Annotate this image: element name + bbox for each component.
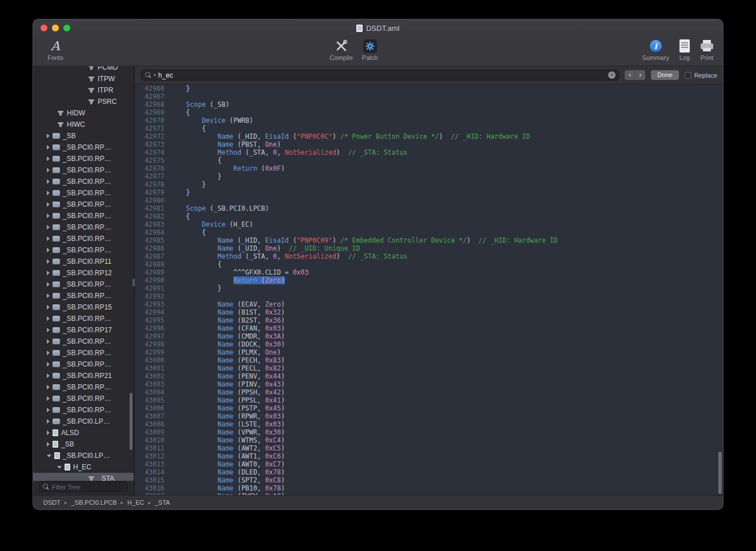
sidebar-item-_sb-pci0-rp-[interactable]: _SB.PCI0.RP… (33, 359, 134, 370)
search-options-chevron[interactable]: ▾ (154, 73, 156, 78)
sidebar-item-_sb-pci0-rp-[interactable]: _SB.PCI0.RP… (33, 153, 134, 164)
disclosure-triangle-icon[interactable] (47, 259, 50, 264)
find-previous-button[interactable]: ‹ (625, 70, 635, 80)
disclosure-triangle-icon[interactable] (47, 134, 50, 138)
code-text: Name (LSTE, 0x03) (170, 420, 285, 428)
sidebar-item-_sb-pci0-rp-[interactable]: _SB.PCI0.RP… (33, 336, 134, 347)
replace-toggle[interactable]: Replace (685, 72, 717, 79)
sidebar-item-_sb-pci0-rp12[interactable]: _SB.PCI0.RP12 (33, 267, 134, 279)
sidebar-item-itpw[interactable]: ITPW (33, 73, 134, 85)
sidebar-item-_sb-pci0-rp-[interactable]: _SB.PCI0.RP… (33, 233, 134, 244)
disclosure-triangle-icon[interactable] (47, 179, 50, 184)
sidebar-item-alsd[interactable]: ALSD (33, 427, 134, 439)
zoom-button[interactable] (63, 25, 70, 31)
sidebar-item-_sb-pci0-rp-[interactable]: _SB.PCI0.RP… (33, 290, 134, 301)
disclosure-triangle-icon[interactable] (47, 282, 50, 287)
disclosure-triangle-icon[interactable] (47, 373, 50, 378)
sidebar-item-_sb-pci0-lp-[interactable]: _SB.PCI0.LP… (33, 450, 134, 461)
disclosure-triangle-icon[interactable] (47, 385, 50, 389)
disclosure-triangle-icon[interactable] (47, 339, 50, 344)
disclosure-triangle-icon[interactable] (47, 168, 50, 172)
log-button[interactable]: Log (679, 38, 690, 61)
tree-item-label: _SB.PCI0.RP17 (63, 326, 112, 334)
disclosure-triangle-icon[interactable] (47, 236, 50, 241)
disclosure-triangle-icon[interactable] (47, 225, 50, 230)
sidebar-item-pcmd[interactable]: PCMD (33, 66, 134, 73)
disclosure-triangle-icon[interactable] (47, 455, 51, 457)
code-editor[interactable]: 42966 }4296742968 Scope (_SB)42969 {4297… (135, 85, 723, 495)
breadcrumb-item[interactable]: _SB.PCI0.LPCB (71, 499, 116, 506)
disclosure-triangle-icon[interactable] (47, 191, 50, 195)
disclosure-triangle-icon[interactable] (47, 293, 50, 298)
close-button[interactable] (41, 25, 47, 31)
replace-checkbox[interactable] (685, 72, 691, 79)
code-text: Name (_HID, EisaId ("PNP0C0C") /* Power … (170, 132, 530, 140)
disclosure-triangle-icon[interactable] (47, 431, 50, 435)
summary-button[interactable]: i Summary (642, 38, 669, 61)
done-button[interactable]: Done (651, 70, 678, 80)
disclosure-triangle-icon[interactable] (57, 466, 62, 469)
sidebar-item-_sb-pci0-rp-[interactable]: _SB.PCI0.RP… (33, 393, 134, 404)
titlebar[interactable]: DSDT.aml (33, 19, 723, 37)
sidebar-item-_sb-pci0-rp-[interactable]: _SB.PCI0.RP… (33, 142, 134, 153)
code-text: { (170, 212, 190, 220)
disclosure-triangle-icon[interactable] (47, 248, 50, 252)
compile-button[interactable]: Compile (330, 38, 353, 61)
sidebar-item-_sb-pci0-rp-[interactable]: _SB.PCI0.RP… (33, 347, 134, 359)
sidebar-item-_sb-pci0-rp-[interactable]: _SB.PCI0.RP… (33, 404, 134, 416)
sidebar-item-hidw[interactable]: HIDW (33, 107, 134, 119)
disclosure-triangle-icon[interactable] (47, 396, 50, 401)
sidebar-item-_sb-pci0-rp-[interactable]: _SB.PCI0.RP… (33, 222, 134, 233)
sidebar-item-itpr[interactable]: ITPR (33, 85, 134, 96)
sidebar-item-_sb-pci0-rp-[interactable]: _SB.PCI0.RP… (33, 381, 134, 393)
disclosure-triangle-icon[interactable] (47, 316, 50, 321)
minimize-button[interactable] (52, 25, 59, 31)
breadcrumb-item[interactable]: _STA (155, 499, 170, 506)
print-button[interactable]: Print (700, 38, 714, 61)
sidebar-item-_sb-pci0-rp-[interactable]: _SB.PCI0.RP… (33, 164, 134, 176)
disclosure-triangle-icon[interactable] (47, 156, 50, 161)
sidebar-item-_sb-pci0-rp15[interactable]: _SB.PCI0.RP15 (33, 301, 134, 313)
sidebar-item-_sb-pci0-rp11[interactable]: _SB.PCI0.RP11 (33, 256, 134, 267)
disclosure-triangle-icon[interactable] (47, 328, 50, 332)
disclosure-triangle-icon[interactable] (47, 362, 50, 367)
disclosure-triangle-icon[interactable] (47, 145, 50, 150)
patch-button[interactable]: Patch (362, 38, 378, 61)
disclosure-triangle-icon[interactable] (47, 408, 50, 412)
filter-tree-field[interactable]: Filter Tree (39, 481, 128, 492)
code-line: 43015 Name (SPT2, 0xC8) (135, 476, 723, 484)
sidebar-item-_sb-pci0-lp-[interactable]: _SB.PCI0.LP… (33, 416, 134, 427)
sidebar-item-_sb-pci0-rp21[interactable]: _SB.PCI0.RP21 (33, 370, 134, 381)
sidebar-item-_sb[interactable]: _SB (33, 439, 134, 450)
search-input[interactable]: h_ec (158, 71, 606, 79)
sidebar-item-_sta[interactable]: _STA (33, 473, 134, 481)
sidebar-item-_sb-pci0-rp-[interactable]: _SB.PCI0.RP… (33, 244, 134, 256)
sidebar-item-hiwc[interactable]: HIWC (33, 119, 134, 130)
sidebar-item-_sb-pci0-rp17[interactable]: _SB.PCI0.RP17 (33, 324, 134, 336)
sidebar-item-_sb-pci0-rp-[interactable]: _SB.PCI0.RP… (33, 279, 134, 290)
sidebar-item-_sb-pci0-rp-[interactable]: _SB.PCI0.RP… (33, 176, 134, 187)
sidebar-item-_sb-pci0-rp-[interactable]: _SB.PCI0.RP… (33, 187, 134, 199)
sidebar-item-_sb-pci0-rp-[interactable]: _SB.PCI0.RP… (33, 210, 134, 222)
sidebar-item-_sb-pci0-rp-[interactable]: _SB.PCI0.RP… (33, 199, 134, 210)
search-field[interactable]: ▾ h_ec × (141, 70, 619, 81)
fonts-button[interactable]: A Fonts (41, 38, 70, 61)
sidebar-item-psrc[interactable]: PSRC (33, 96, 134, 107)
editor-scrollbar-thumb[interactable] (718, 452, 722, 494)
breadcrumb-item[interactable]: DSDT (43, 499, 61, 506)
sidebar-item-_sb[interactable]: _SB (33, 130, 134, 142)
disclosure-triangle-icon[interactable] (47, 442, 50, 447)
disclosure-triangle-icon[interactable] (47, 351, 50, 355)
breadcrumb-item[interactable]: H_EC (127, 499, 144, 506)
disclosure-triangle-icon[interactable] (47, 202, 50, 207)
disclosure-triangle-icon[interactable] (47, 271, 50, 275)
find-next-button[interactable]: › (635, 70, 645, 80)
disclosure-triangle-icon[interactable] (47, 214, 50, 218)
sidebar-item-_sb-pci0-rp-[interactable]: _SB.PCI0.RP… (33, 313, 134, 324)
clear-search-button[interactable]: × (608, 71, 616, 79)
code-line: 42990 Return (Zero) (135, 276, 723, 284)
disclosure-triangle-icon[interactable] (47, 305, 50, 309)
sidebar-scrollbar-thumb[interactable] (130, 393, 132, 450)
sidebar-item-h_ec[interactable]: H_EC (33, 461, 134, 473)
disclosure-triangle-icon[interactable] (47, 419, 50, 424)
